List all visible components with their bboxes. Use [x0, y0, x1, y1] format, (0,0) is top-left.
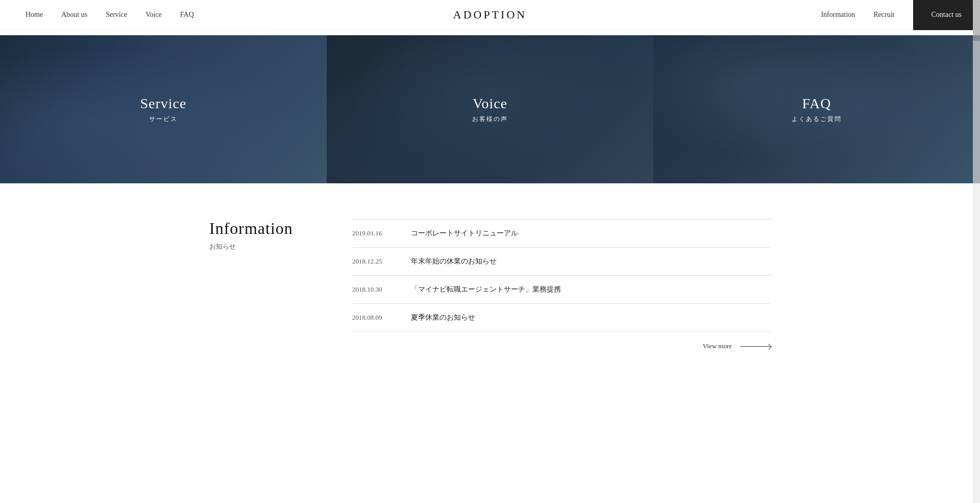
nav-left: Home About us Service Voice FAQ — [0, 11, 821, 19]
panel-faq-subtitle: よくあるご質問 — [792, 115, 842, 124]
panel-service[interactable]: Service サービス — [0, 35, 327, 183]
info-date-3: 2018.10.30 — [352, 285, 396, 294]
panel-faq-title: FAQ — [792, 95, 842, 112]
view-more-label[interactable]: View more — [703, 342, 732, 350]
panel-service-subtitle: サービス — [140, 115, 187, 124]
info-text-1: コーポレートサイトリニューアル — [411, 229, 518, 238]
panel-voice-title: Voice — [472, 95, 508, 112]
nav-about-us[interactable]: About us — [61, 11, 87, 19]
panel-service-title: Service — [140, 95, 187, 112]
scrollbar-thumb[interactable] — [973, 0, 980, 41]
info-item-4[interactable]: 2018.08.09 夏季休業のお知らせ — [352, 304, 771, 332]
panel-voice[interactable]: Voice お客様の声 — [327, 35, 653, 183]
info-date-2: 2018.12.25 — [352, 257, 396, 266]
panel-voice-content: Voice お客様の声 — [472, 95, 508, 124]
view-more-row: View more — [352, 332, 771, 350]
site-logo[interactable]: ADOPTION — [453, 8, 527, 21]
view-more-arrow — [740, 346, 771, 347]
info-item-3[interactable]: 2018.10.30 「マイナビ転職エージェントサーチ」業務提携 — [352, 276, 771, 304]
info-item-2[interactable]: 2018.12.25 年末年始の休業のお知らせ — [352, 248, 771, 276]
panel-voice-subtitle: お客様の声 — [472, 115, 508, 124]
nav-home[interactable]: Home — [26, 11, 43, 19]
information-list: 2019.01.16 コーポレートサイトリニューアル 2018.12.25 年末… — [352, 219, 771, 350]
panel-service-content: Service サービス — [140, 95, 187, 124]
info-item-1[interactable]: 2019.01.16 コーポレートサイトリニューアル — [352, 219, 771, 248]
navbar: Home About us Service Voice FAQ ADOPTION… — [0, 0, 980, 30]
contact-button[interactable]: Contact us — [913, 0, 981, 30]
information-subtitle: お知らせ — [209, 242, 311, 251]
information-section: Information お知らせ 2019.01.16 コーポレートサイトリニュ… — [184, 219, 796, 350]
info-text-2: 年末年始の休業のお知らせ — [411, 257, 497, 266]
nav-voice[interactable]: Voice — [145, 11, 162, 19]
panel-faq[interactable]: FAQ よくあるご質問 — [653, 35, 980, 183]
nav-information[interactable]: Information — [821, 11, 855, 19]
info-date-1: 2019.01.16 — [352, 229, 396, 237]
panel-faq-content: FAQ よくあるご質問 — [792, 95, 842, 124]
info-text-3: 「マイナビ転職エージェントサーチ」業務提携 — [411, 285, 561, 294]
nav-service[interactable]: Service — [106, 11, 127, 19]
nav-right: Information Recruit Contact us — [821, 0, 980, 30]
information-left: Information お知らせ — [209, 219, 311, 350]
hero-panels: Service サービス Voice お客様の声 FAQ よくあるご質問 — [0, 35, 980, 183]
info-text-4: 夏季休業のお知らせ — [411, 313, 475, 322]
information-title: Information — [209, 219, 311, 238]
nav-recruit[interactable]: Recruit — [873, 11, 894, 19]
info-date-4: 2018.08.09 — [352, 314, 396, 322]
nav-faq[interactable]: FAQ — [180, 11, 194, 19]
